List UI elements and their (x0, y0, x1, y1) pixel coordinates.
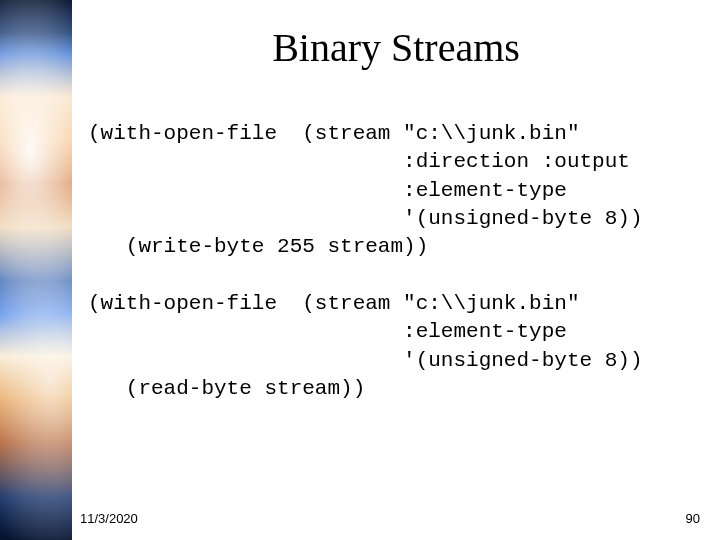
slide: Binary Streams (with-open-file (stream "… (0, 0, 720, 540)
code-block-1: (with-open-file (stream "c:\\junk.bin" :… (88, 122, 643, 258)
code-block-2: (with-open-file (stream "c:\\junk.bin" :… (88, 292, 643, 400)
slide-title: Binary Streams (72, 24, 720, 71)
footer-date: 11/3/2020 (80, 511, 138, 526)
footer-page-number: 90 (686, 511, 700, 526)
slide-body: (with-open-file (stream "c:\\junk.bin" :… (88, 120, 696, 403)
decorative-sidebar (0, 0, 72, 540)
